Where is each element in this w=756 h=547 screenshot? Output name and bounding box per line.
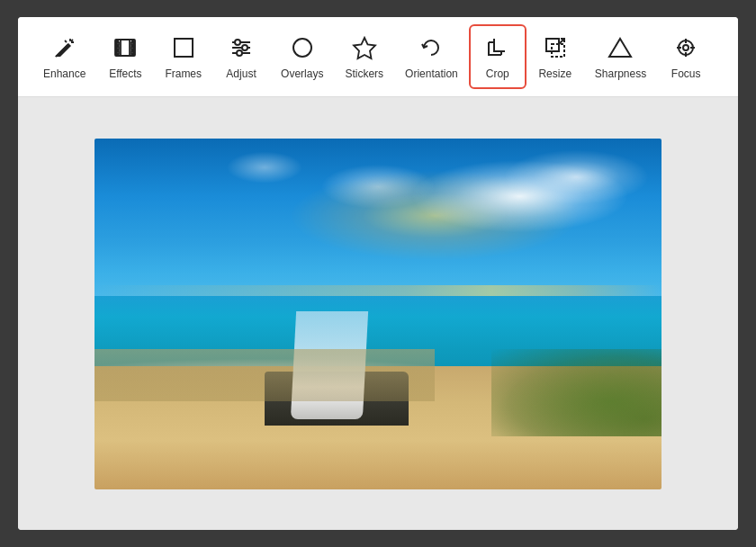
effects-label: Effects (109, 67, 141, 80)
svg-marker-30 (609, 39, 631, 57)
wand-icon (50, 33, 79, 62)
enhance-label: Enhance (43, 67, 86, 80)
app-window: Enhance Effects (18, 17, 738, 530)
sliders-icon (227, 33, 256, 62)
tool-effects[interactable]: Effects (96, 24, 154, 89)
stickers-label: Stickers (345, 67, 383, 80)
tool-orientation[interactable]: Orientation (394, 24, 469, 89)
image-display (94, 139, 662, 489)
svg-line-4 (71, 40, 73, 41)
tool-crop[interactable]: Crop (469, 24, 526, 89)
triangle-icon (606, 33, 634, 62)
square-icon (169, 33, 198, 62)
beach-image (94, 139, 662, 489)
toolbar: Enhance Effects (18, 17, 738, 97)
tool-overlays[interactable]: Overlays (270, 24, 334, 89)
svg-point-32 (683, 45, 688, 50)
svg-line-1 (65, 40, 67, 42)
tool-adjust[interactable]: Adjust (212, 24, 270, 89)
crop-icon (483, 33, 512, 62)
tool-sharpness[interactable]: Sharpness (584, 24, 657, 89)
svg-point-23 (293, 39, 311, 57)
svg-point-20 (235, 40, 240, 45)
svg-rect-10 (117, 51, 119, 54)
wet-sand (94, 349, 435, 402)
moss (491, 349, 662, 437)
svg-point-22 (237, 50, 242, 56)
rotate-icon (417, 33, 446, 62)
circle-icon (288, 33, 317, 62)
orientation-label: Orientation (405, 67, 458, 80)
frames-label: Frames (165, 67, 202, 80)
svg-marker-24 (354, 38, 375, 58)
svg-rect-16 (175, 39, 193, 57)
svg-point-21 (242, 45, 248, 50)
svg-rect-9 (117, 47, 119, 49)
resize-label: Resize (538, 67, 572, 80)
resize-icon (541, 33, 570, 62)
svg-rect-8 (117, 42, 119, 45)
film-icon (111, 33, 140, 62)
overlays-label: Overlays (281, 67, 323, 80)
adjust-label: Adjust (226, 67, 256, 80)
star-icon (350, 33, 379, 62)
svg-rect-12 (131, 47, 133, 49)
tool-resize[interactable]: Resize (526, 24, 584, 89)
crop-label: Crop (486, 67, 509, 80)
tool-focus[interactable]: Focus (657, 24, 715, 89)
tool-stickers[interactable]: Stickers (334, 24, 394, 89)
crosshair-icon (671, 33, 700, 62)
canvas-area (18, 97, 738, 530)
tool-enhance[interactable]: Enhance (32, 24, 96, 89)
svg-rect-11 (131, 42, 133, 45)
svg-rect-13 (131, 51, 133, 54)
tool-frames[interactable]: Frames (154, 24, 212, 89)
sharpness-label: Sharpness (595, 67, 646, 80)
focus-label: Focus (671, 67, 701, 80)
